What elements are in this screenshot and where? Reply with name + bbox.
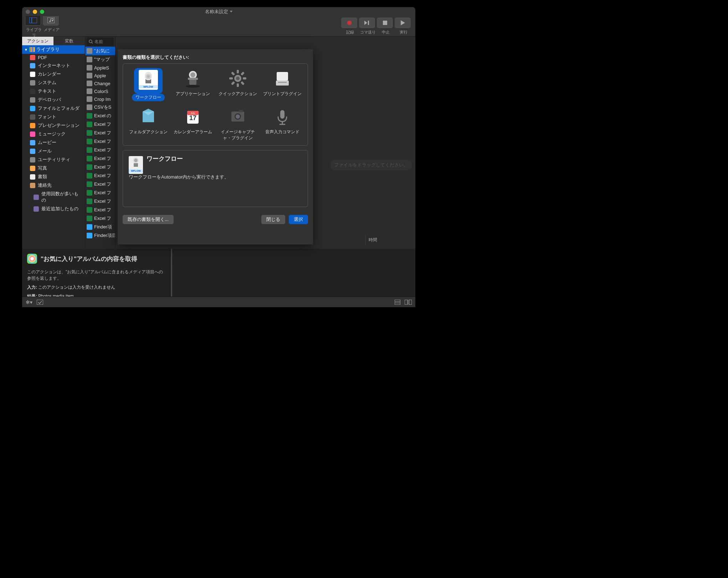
drop-hint: ファイルをドラッグしてください。	[330, 160, 412, 170]
svg-text:JUL: JUL	[191, 112, 195, 114]
sidebar-item[interactable]: 連絡先	[22, 181, 85, 190]
action-list-item[interactable]: Excel フ	[85, 180, 115, 189]
svg-point-21	[186, 85, 200, 88]
open-existing-button[interactable]: 既存の書類を開く...	[123, 215, 174, 224]
action-list-item[interactable]: "マップ	[85, 55, 115, 64]
action-label: Excel フ	[94, 172, 111, 179]
sidebar-smart-item[interactable]: 使用回数が多いもの	[22, 190, 85, 205]
media-button[interactable]	[43, 15, 59, 26]
sidebar-item[interactable]: ユーティリティ	[22, 155, 85, 164]
titlebar[interactable]: 名称未設定	[22, 7, 415, 16]
sidebar-item[interactable]: ミュージック	[22, 130, 85, 138]
action-icon	[87, 57, 92, 62]
type-icon	[226, 68, 249, 89]
document-type-option[interactable]: クイックアクション	[217, 68, 259, 101]
document-type-option[interactable]: 音声入力コマンド	[262, 106, 304, 141]
sidebar-item-label: システム	[38, 79, 56, 86]
action-list-item[interactable]: Excel フ	[85, 197, 115, 206]
document-type-option[interactable]: フォルダアクション	[127, 106, 169, 141]
detail-title: ワークフロー	[147, 155, 302, 163]
sidebar-item[interactable]: カレンダー	[22, 70, 85, 78]
zoom-window-button[interactable]	[40, 10, 44, 14]
close-button[interactable]: 閉じる	[261, 215, 285, 224]
wflow-badge: WFLOW	[129, 169, 143, 172]
record-button[interactable]	[341, 17, 357, 28]
action-list-item[interactable]: Excel フ	[85, 120, 115, 129]
sidebar-item[interactable]: ファイルとフォルダ	[22, 104, 85, 113]
action-list-item[interactable]: Excel フ	[85, 129, 115, 137]
document-type-option[interactable]: イメージキャプチャ・プラグイン	[217, 106, 259, 141]
action-icon	[87, 173, 92, 179]
sidebar-item[interactable]: メール	[22, 147, 85, 155]
action-icon	[87, 181, 92, 187]
sidebar-item[interactable]: ムービー	[22, 138, 85, 147]
action-list-item[interactable]: ColorS	[85, 87, 115, 95]
type-icon	[271, 68, 294, 89]
action-list-item[interactable]: Crop Im	[85, 95, 115, 103]
sidebar-item-label: ユーティリティ	[38, 156, 70, 163]
window-title[interactable]: 名称未設定	[205, 9, 232, 15]
contacts-icon	[30, 183, 35, 188]
sidebar-item[interactable]: テキスト	[22, 87, 85, 96]
action-list-item[interactable]: Excel フ	[85, 206, 115, 214]
choose-button[interactable]: 選択	[289, 215, 308, 224]
search-field[interactable]: 名前	[87, 37, 114, 46]
stop-button[interactable]	[377, 17, 393, 28]
library-header[interactable]: ▼ ライブラリ	[22, 45, 85, 54]
detail-text: ワークフローをAutomator内から実行できます。	[129, 174, 302, 180]
action-icon	[87, 65, 92, 71]
action-list-item[interactable]: Apple	[85, 72, 115, 79]
view-columns-icon[interactable]	[405, 300, 412, 305]
minimize-window-button[interactable]	[33, 10, 37, 14]
toolbar: ライブラリ メディア 記録 コマ送り 中止 実行	[22, 16, 415, 37]
action-list-item[interactable]: Excel の	[85, 112, 115, 120]
library-button[interactable]	[25, 15, 41, 26]
action-list-item[interactable]: Excel フ	[85, 214, 115, 223]
sidebar-item[interactable]: 書類	[22, 172, 85, 181]
step-button[interactable]	[359, 17, 375, 28]
tab-actions[interactable]: アクション	[22, 37, 53, 45]
pdf-icon	[30, 55, 35, 60]
action-list-item[interactable]: Excel フ	[85, 154, 115, 163]
action-list-item[interactable]: Excel フ	[85, 189, 115, 197]
action-list-item[interactable]: Excel フ	[85, 146, 115, 154]
document-type-option[interactable]: プリントプラグイン	[262, 68, 304, 101]
sidebar-smart-item[interactable]: 最近追加したもの	[22, 205, 85, 213]
svg-rect-26	[241, 81, 245, 85]
document-type-option[interactable]: WFLOWワークフロー	[127, 68, 169, 101]
window-title-text: 名称未設定	[205, 9, 228, 15]
action-list-item[interactable]: Finder項	[85, 223, 115, 231]
close-window-button[interactable]	[26, 10, 30, 14]
sidebar-item[interactable]: 写真	[22, 164, 85, 172]
document-type-option[interactable]: アプリケーション	[172, 68, 214, 101]
sidebar-item[interactable]: インターネット	[22, 61, 85, 70]
svg-rect-24	[241, 72, 245, 76]
gear-menu-icon[interactable]: ✻▾	[26, 299, 32, 305]
action-icon	[87, 81, 92, 86]
svg-rect-48	[134, 163, 138, 167]
svg-rect-2	[47, 17, 55, 23]
type-label: カレンダーアラーム	[174, 129, 212, 135]
sidebar-item[interactable]: システム	[22, 78, 85, 87]
action-label: Excel フ	[94, 198, 111, 205]
action-list-item[interactable]: AppleS	[85, 64, 115, 72]
action-list-item[interactable]: CSVをS	[85, 103, 115, 112]
sidebar-item[interactable]: プレゼンテーション	[22, 121, 85, 130]
sidebar-item[interactable]: PDF	[22, 54, 85, 61]
tab-variables[interactable]: 変数	[53, 37, 85, 45]
input-label: 入力:	[27, 285, 37, 290]
inspector-toggle-icon[interactable]	[37, 300, 43, 305]
action-list[interactable]: "お気に"マップAppleSAppleChangeColorSCrop ImCS…	[85, 47, 115, 240]
action-list-item[interactable]: Change	[85, 79, 115, 87]
view-list-icon[interactable]	[395, 300, 400, 305]
sidebar-item[interactable]: デベロッパ	[22, 96, 85, 104]
action-list-item[interactable]: Excel フ	[85, 171, 115, 180]
action-label: "マップ	[94, 56, 110, 63]
action-list-item[interactable]: Excel フ	[85, 163, 115, 171]
document-type-option[interactable]: 17JULカレンダーアラーム	[172, 106, 214, 141]
action-list-item[interactable]: Finder項目のSp...tコメントを設定	[85, 231, 115, 240]
sidebar-item[interactable]: フォント	[22, 113, 85, 121]
action-list-item[interactable]: "お気に	[85, 47, 115, 55]
action-list-item[interactable]: Excel フ	[85, 137, 115, 146]
run-button[interactable]	[395, 17, 411, 28]
